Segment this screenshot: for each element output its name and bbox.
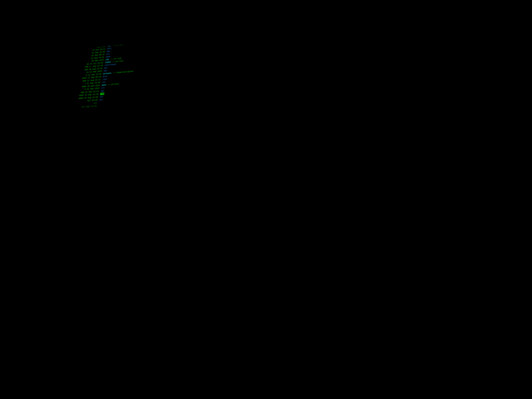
- right-col: root: [102, 78, 107, 81]
- right-col: mnt: [104, 67, 108, 70]
- terminal-token: root: [102, 78, 107, 81]
- terminal-token: usr/lib: [115, 60, 123, 63]
- terminal-token: usr/lib: [113, 57, 121, 60]
- terminal-token: etc: [106, 53, 110, 55]
- terminal-token: ..: [108, 42, 110, 44]
- terminal-token: usr: [100, 96, 103, 98]
- terminal-token: lib: [105, 58, 109, 61]
- terminal-token: var: [99, 99, 103, 101]
- terminal-token: usr/bin: [111, 83, 119, 86]
- terminal-token: lost+found: [105, 63, 116, 66]
- terminal-token: ->: [106, 83, 111, 86]
- terminal-token: boot: [107, 47, 112, 50]
- terminal-token: tmp: [100, 93, 104, 95]
- terminal-token: private: [103, 72, 111, 75]
- terminal-token: dev: [107, 50, 110, 53]
- terminal-token: sys: [101, 90, 104, 92]
- right-col: sys: [101, 89, 104, 93]
- right-col: tmp: [100, 92, 104, 95]
- terminal-token: ->: [111, 72, 116, 74]
- right-col: var: [99, 98, 103, 101]
- terminal-token: srv: [101, 87, 105, 89]
- right-col: ..: [108, 42, 110, 45]
- right-col: run: [102, 81, 106, 84]
- terminal-token: opt: [104, 70, 108, 72]
- terminal-token: ->: [111, 44, 115, 47]
- terminal-token: proc: [103, 75, 108, 78]
- terminal-token: ->: [111, 61, 115, 63]
- terminal-token: bin: [108, 45, 111, 47]
- right-col: srv: [101, 87, 105, 90]
- right-col: etc: [106, 53, 110, 56]
- terminal-token: lib64: [105, 61, 111, 63]
- terminal-content: Sep 15:53.. Sep 2015bin -> usr/bin19 Sep…: [0, 4, 532, 399]
- terminal-token: usr/bin: [115, 44, 123, 46]
- terminal-token: run: [102, 81, 106, 83]
- terminal-token: sbin: [101, 84, 106, 86]
- terminal-token: ->: [109, 58, 114, 61]
- terminal-token: mnt: [104, 67, 108, 69]
- right-col: boot: [107, 47, 112, 50]
- terminal-token: home: [106, 56, 111, 58]
- right-col: usr: [100, 95, 103, 99]
- right-col: opt: [104, 69, 107, 72]
- terminal-window: Sep 15:53.. Sep 2015bin -> usr/bin19 Sep…: [0, 4, 532, 399]
